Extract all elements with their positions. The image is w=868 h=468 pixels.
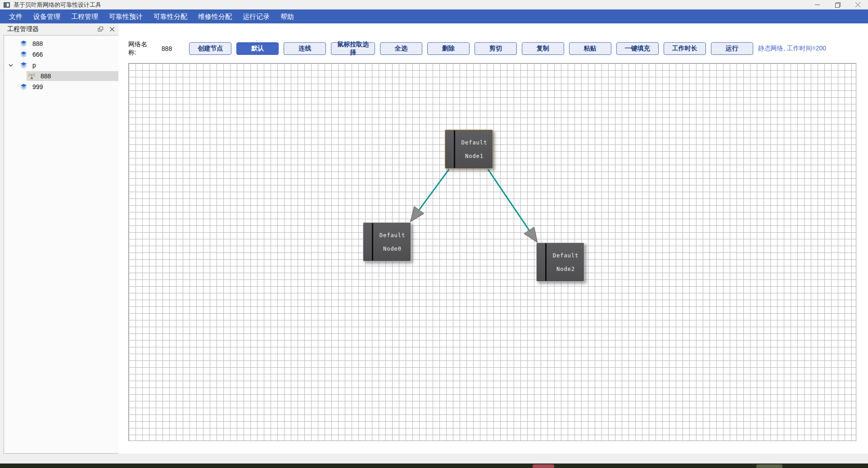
node-labels: Default Node1 [457, 130, 492, 168]
menu-file[interactable]: 文件 [4, 9, 28, 23]
layers-icon [19, 51, 28, 58]
tree-item-label: p [32, 62, 36, 69]
menu-device-management[interactable]: 设备管理 [28, 9, 66, 23]
edge-node1-node2 [488, 169, 537, 241]
menubar: 文件 设备管理 工程管理 可靠性预计 可靠性分配 维修性分配 运行记录 帮助 [0, 9, 868, 23]
node-name-label: Node1 [465, 153, 484, 159]
node-divider [372, 223, 373, 261]
chevron-down-icon[interactable] [9, 63, 13, 67]
project-manager-header: 工程管理器 [0, 23, 118, 35]
dock-close-icon[interactable] [108, 26, 116, 32]
project-tree: 888 666 [4, 35, 118, 454]
network-toolbar: 网络名称: 888 创建节点 默认 连线 鼠标拉取选择 全选 删除 剪切 复制 … [128, 42, 856, 55]
tree-item-888-child[interactable]: 888 [4, 71, 118, 81]
node-divider [454, 130, 455, 168]
edge-node1-node0 [411, 169, 449, 220]
node-labels: Default Node2 [548, 243, 583, 281]
minimize-icon[interactable] [807, 0, 827, 9]
drag-select-button[interactable]: 鼠标拉取选择 [331, 42, 375, 55]
node-name-label: Node2 [556, 266, 575, 272]
menu-maintainability-allocation[interactable]: 维修性分配 [193, 9, 237, 23]
node-type-label: Default [380, 232, 406, 238]
layers-icon [19, 83, 28, 90]
node-type-label: Default [461, 140, 488, 146]
tree-item-label: 888 [32, 40, 43, 47]
run-button[interactable]: 运行 [711, 42, 753, 55]
project-manager-panel: 工程管理器 [0, 23, 118, 454]
node-labels: Default Node0 [375, 223, 410, 261]
select-all-button[interactable]: 全选 [380, 42, 422, 55]
taskbar-item[interactable] [756, 464, 782, 468]
layers-icon [19, 62, 28, 69]
window-controls [807, 0, 868, 9]
dock-float-icon[interactable] [97, 26, 104, 32]
app-window-icon [4, 2, 10, 8]
node-name-label: Node0 [383, 246, 402, 252]
paste-button[interactable]: 粘贴 [569, 42, 611, 55]
work-duration-button[interactable]: 工作时长 [664, 42, 706, 55]
layers-icon [19, 40, 28, 47]
network-status-text: 静态网络, 工作时间=200 [758, 45, 826, 53]
default-mode-button[interactable]: 默认 [236, 42, 279, 55]
tree-item-label: 666 [32, 51, 43, 58]
antenna-icon [27, 72, 36, 80]
graph-node-node2[interactable]: Default Node2 [536, 243, 584, 282]
tree-item-666[interactable]: 666 [4, 49, 118, 60]
create-node-button[interactable]: 创建节点 [189, 42, 231, 55]
project-manager-title: 工程管理器 [7, 25, 39, 33]
menu-project-management[interactable]: 工程管理 [66, 9, 104, 23]
graph-node-node1[interactable]: Default Node1 [445, 130, 493, 169]
status-bar [0, 454, 868, 464]
menu-help[interactable]: 帮助 [275, 9, 299, 23]
os-taskbar-sliver [0, 464, 868, 468]
menu-reliability-allocation[interactable]: 可靠性分配 [148, 9, 193, 23]
cut-button[interactable]: 剪切 [475, 42, 517, 55]
node-type-label: Default [553, 252, 579, 259]
delete-button[interactable]: 删除 [427, 42, 470, 55]
tree-item-999[interactable]: 999 [4, 81, 118, 92]
menu-reliability-prediction[interactable]: 可靠性预计 [104, 9, 148, 23]
titlebar: 基于贝叶斯网络的可靠性设计工具 [0, 0, 868, 9]
window-title: 基于贝叶斯网络的可靠性设计工具 [14, 1, 101, 9]
menu-run-log[interactable]: 运行记录 [237, 9, 275, 23]
node-divider [545, 243, 547, 281]
restore-icon[interactable] [827, 0, 848, 9]
connect-line-button[interactable]: 连线 [284, 42, 326, 55]
network-canvas[interactable]: Default Node1 Default Node0 Default Node… [128, 63, 856, 441]
tree-item-p[interactable]: p [4, 60, 118, 71]
tree-item-label: 888 [41, 72, 51, 80]
graph-edges [129, 63, 856, 441]
main-content: 网络名称: 888 创建节点 默认 连线 鼠标拉取选择 全选 删除 剪切 复制 … [118, 23, 868, 454]
graph-node-node0[interactable]: Default Node0 [363, 222, 411, 261]
network-name-label: 网络名称: [128, 40, 153, 57]
copy-button[interactable]: 复制 [522, 42, 564, 55]
close-icon[interactable] [848, 0, 868, 9]
tree-item-888[interactable]: 888 [4, 38, 118, 49]
network-name-value: 888 [162, 45, 172, 52]
one-key-fill-button[interactable]: 一键填充 [616, 42, 659, 55]
tree-item-label: 999 [32, 83, 43, 90]
taskbar-item[interactable] [533, 464, 554, 468]
